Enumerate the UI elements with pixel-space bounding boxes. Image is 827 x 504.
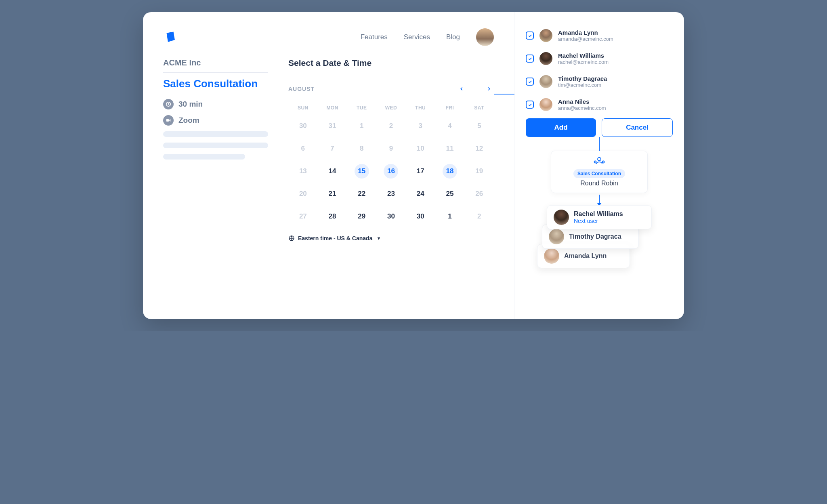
- day-cell: 7: [325, 141, 340, 156]
- checkbox[interactable]: [526, 78, 534, 86]
- flow-label: Round Robin: [563, 180, 635, 187]
- next-month-button[interactable]: [484, 84, 494, 94]
- person-row: Rachel Williamsrachel@acmeinc.com: [526, 47, 673, 70]
- day-cell[interactable]: 15: [355, 164, 369, 178]
- day-cell: 26: [472, 187, 487, 201]
- person-name: Amanda Lynn: [558, 29, 613, 36]
- calendar-grid: SUNMONTUEWEDTHUFRISAT3031123456789101112…: [288, 105, 494, 224]
- company-name: ACME Inc: [163, 58, 268, 73]
- cancel-button[interactable]: Cancel: [602, 118, 673, 137]
- placeholder-line: [163, 154, 245, 160]
- checkbox[interactable]: [526, 101, 534, 109]
- day-head: TUE: [347, 105, 376, 111]
- avatar: [539, 52, 552, 65]
- queue-user-name: Amanda Lynn: [564, 252, 607, 260]
- day-cell: 5: [472, 119, 487, 133]
- day-cell: 3: [413, 119, 428, 133]
- day-head: SUN: [288, 105, 318, 111]
- avatar: [539, 29, 552, 42]
- svg-rect-1: [166, 119, 169, 122]
- checkbox[interactable]: [526, 32, 534, 40]
- day-cell[interactable]: 30: [413, 209, 428, 224]
- queue-user-sub: Next user: [574, 218, 623, 224]
- day-cell: 10: [413, 141, 428, 156]
- day-head: MON: [318, 105, 347, 111]
- day-cell[interactable]: 24: [413, 187, 428, 201]
- day-cell: 9: [384, 141, 398, 156]
- person-email: rachel@acmeinc.com: [558, 59, 609, 65]
- day-cell: 31: [325, 119, 340, 133]
- month-row: AUGUST: [288, 84, 494, 94]
- person-name: Timothy Dagraca: [558, 75, 607, 82]
- day-cell: 13: [296, 164, 310, 178]
- day-cell: 12: [472, 141, 487, 156]
- flow-pill: Sales Consultation: [573, 169, 625, 178]
- avatar: [544, 248, 559, 264]
- queue-card[interactable]: Rachel Williams Next user: [547, 205, 652, 229]
- svg-point-4: [594, 161, 596, 163]
- day-cell: 30: [296, 119, 310, 133]
- day-cell: 27: [296, 209, 310, 224]
- event-title: Sales Consultation: [163, 78, 268, 90]
- main-panel: Features Services Blog ACME Inc Sales Co…: [143, 12, 514, 319]
- prev-month-button[interactable]: [457, 84, 466, 94]
- day-cell[interactable]: 30: [384, 209, 398, 224]
- day-cell[interactable]: 23: [384, 187, 398, 201]
- day-cell[interactable]: 29: [355, 209, 369, 224]
- day-cell[interactable]: 18: [443, 164, 457, 178]
- svg-point-3: [598, 158, 601, 161]
- checkbox[interactable]: [526, 55, 534, 63]
- day-cell: 2: [384, 119, 398, 133]
- person-email: amanda@acmeinc.com: [558, 36, 613, 42]
- nav-features[interactable]: Features: [361, 33, 388, 41]
- booking-sidebar: ACME Inc Sales Consultation 30 min Zoom: [163, 58, 268, 307]
- topbar: Features Services Blog: [163, 28, 494, 46]
- day-head: FRI: [435, 105, 465, 111]
- connector-line: [494, 94, 514, 94]
- chevron-down-icon: ▼: [376, 236, 381, 241]
- day-cell[interactable]: 21: [325, 187, 340, 201]
- add-button[interactable]: Add: [526, 118, 596, 137]
- person-name: Rachel Williams: [558, 52, 609, 59]
- person-list: Amanda Lynnamanda@acmeinc.comRachel Will…: [526, 24, 673, 116]
- day-head: THU: [406, 105, 435, 111]
- video-icon: [163, 115, 174, 126]
- user-avatar[interactable]: [476, 28, 494, 46]
- day-cell[interactable]: 28: [325, 209, 340, 224]
- timezone-selector[interactable]: Eastern time - US & Canada ▼: [288, 235, 494, 242]
- user-queue: Rachel Williams Next user Timothy Dagrac…: [543, 205, 656, 262]
- day-cell[interactable]: 1: [443, 209, 457, 224]
- day-cell[interactable]: 14: [325, 164, 340, 178]
- queue-user-name: Rachel Williams: [574, 210, 623, 218]
- placeholder-line: [163, 143, 268, 148]
- svg-point-5: [602, 161, 605, 163]
- month-label: AUGUST: [288, 86, 450, 92]
- duration-row: 30 min: [163, 99, 268, 109]
- globe-icon: [288, 235, 295, 242]
- day-cell: 2: [472, 209, 487, 224]
- calendar-panel: Select a Date & Time AUGUST SUNMONTUEWED…: [288, 58, 494, 307]
- day-cell[interactable]: 17: [413, 164, 428, 178]
- right-rail: Amanda Lynnamanda@acmeinc.comRachel Will…: [514, 12, 684, 319]
- flow-node[interactable]: Sales Consultation Round Robin: [551, 151, 648, 193]
- day-cell: 6: [296, 141, 310, 156]
- clock-icon: [163, 99, 174, 109]
- day-cell[interactable]: 22: [355, 187, 369, 201]
- day-cell: 1: [355, 119, 369, 133]
- platform-text: Zoom: [178, 116, 199, 125]
- person-name: Anna Niles: [558, 98, 606, 105]
- day-cell: 11: [443, 141, 457, 156]
- duration-text: 30 min: [178, 100, 203, 109]
- person-row: Amanda Lynnamanda@acmeinc.com: [526, 24, 673, 47]
- day-head: WED: [376, 105, 406, 111]
- calendar-heading: Select a Date & Time: [288, 58, 494, 68]
- day-cell: 19: [472, 164, 487, 178]
- nav-blog[interactable]: Blog: [446, 33, 460, 41]
- day-cell[interactable]: 16: [384, 164, 398, 178]
- nav-services[interactable]: Services: [404, 33, 430, 41]
- avatar: [539, 75, 552, 88]
- content-row: ACME Inc Sales Consultation 30 min Zoom: [163, 58, 494, 307]
- logo-icon: [163, 30, 177, 44]
- person-row: Timothy Dagracatim@acmeinc.com: [526, 70, 673, 93]
- day-cell[interactable]: 25: [443, 187, 457, 201]
